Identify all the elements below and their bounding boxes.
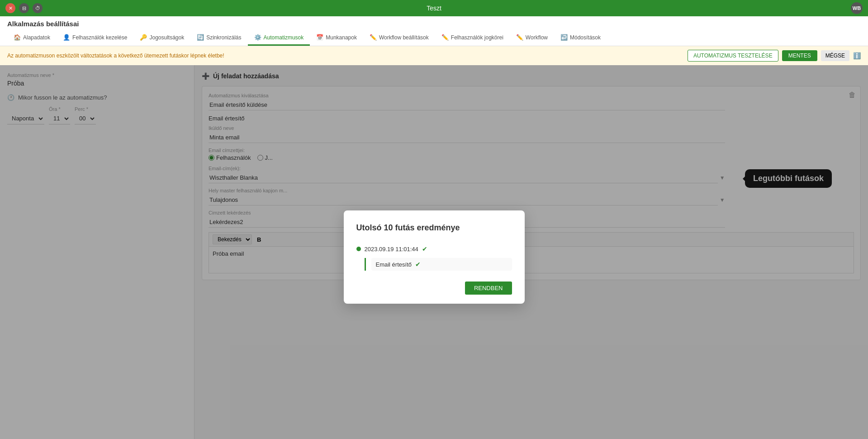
gear-icon: ⚙️ — [254, 34, 261, 41]
tab-label: Felhasználók kezelése — [72, 34, 127, 41]
tab-workflow[interactable]: ✏️ Workflow — [510, 30, 554, 46]
run-detail-item: Email értesítő ✔ — [371, 258, 512, 271]
pencil-icon: ✏️ — [370, 34, 377, 41]
tab-munkanapok[interactable]: 📅 Munkanapok — [310, 30, 363, 46]
window-title: Teszt — [427, 5, 441, 12]
run-detail-check-icon: ✔ — [415, 261, 421, 268]
undo-icon: ↩️ — [560, 34, 568, 41]
tab-label: Módosítások — [570, 34, 601, 41]
close-window-button[interactable]: ✕ — [5, 3, 15, 13]
alert-bar: Az automatizmuson eszközölt változtatáso… — [0, 46, 868, 65]
alert-actions: AUTOMATIZMUS TESZTELÉSE MENTES MÉGSE ℹ️ — [688, 50, 861, 62]
tab-jogosultsagok[interactable]: 🔑 Jogosultságok — [133, 30, 190, 46]
save-button[interactable]: MENTES — [782, 50, 817, 61]
tab-label: Workflow — [526, 34, 548, 41]
tab-label: Munkanapok — [326, 34, 357, 41]
page-title: Alkalmazás beállításai — [7, 20, 861, 28]
timer-button[interactable]: ⏱ — [33, 3, 43, 13]
run-detail-label: Email értesítő — [376, 261, 412, 268]
ok-button[interactable]: RENDBEN — [465, 282, 512, 295]
tab-label: Felhasználók jogkörei — [451, 34, 503, 41]
cancel-button[interactable]: MÉGSE — [821, 50, 849, 61]
tab-label: Jogosultságok — [149, 34, 184, 41]
user-icon: 👤 — [63, 34, 70, 41]
run-detail: Email értesítő ✔ — [365, 258, 512, 271]
workflow-icon: ✏️ — [516, 34, 523, 41]
sync-icon: 🔄 — [197, 34, 204, 41]
app-header: Alkalmazás beállításai 🏠 Alapadatok 👤 Fe… — [0, 16, 868, 46]
tab-workflow-beallitasok[interactable]: ✏️ Workflow beállítások — [363, 30, 435, 46]
test-automation-button[interactable]: AUTOMATIZMUS TESZTELÉSE — [688, 50, 778, 62]
run-item: 2023.09.19 11:01:44 ✔ — [356, 242, 512, 256]
alert-text: Az automatizmuson eszközölt változtatáso… — [7, 52, 224, 59]
tab-felhasznalok-jogkorei[interactable]: ✏️ Felhasználók jogkörei — [435, 30, 510, 46]
tab-felhasznalok[interactable]: 👤 Felhasználók kezelése — [57, 30, 133, 46]
modal-last-runs: Utolsó 10 futás eredménye 2023.09.19 11:… — [344, 210, 525, 304]
tab-modositasok[interactable]: ↩️ Módosítások — [554, 30, 607, 46]
tab-szinkronizalas[interactable]: 🔄 Szinkronizálás — [190, 30, 247, 46]
main-content: Automatizmus neve * Próba 🕐 Mikor fusson… — [0, 65, 868, 439]
run-dot — [356, 247, 361, 251]
tab-label: Szinkronizálás — [206, 34, 241, 41]
modal-overlay[interactable]: Utolsó 10 futás eredménye 2023.09.19 11:… — [0, 65, 868, 439]
minimize-window-button[interactable]: ⊟ — [19, 3, 29, 13]
calendar-icon: 📅 — [316, 34, 323, 41]
tab-automatizmusok[interactable]: ⚙️ Automatizmusok — [248, 30, 310, 46]
run-timestamp: 2023.09.19 11:01:44 — [365, 246, 418, 253]
avatar: WB — [851, 2, 863, 14]
key-icon: 🔑 — [140, 34, 147, 41]
modal-title: Utolsó 10 futás eredménye — [356, 223, 512, 233]
home-icon: 🏠 — [14, 34, 21, 41]
info-icon[interactable]: ℹ️ — [853, 52, 861, 59]
tab-label: Workflow beállítások — [379, 34, 429, 41]
titlebar-controls: ✕ ⊟ ⏱ — [5, 3, 43, 13]
tab-label: Alapadatok — [23, 34, 50, 41]
tab-label: Automatizmusok — [264, 34, 304, 41]
pencil2-icon: ✏️ — [441, 34, 449, 41]
modal-footer: RENDBEN — [356, 282, 512, 295]
run-check-icon: ✔ — [422, 245, 427, 253]
titlebar: ✕ ⊟ ⏱ Teszt WB — [0, 0, 868, 16]
tab-alapadatok[interactable]: 🏠 Alapadatok — [7, 30, 57, 46]
nav-tabs: 🏠 Alapadatok 👤 Felhasználók kezelése 🔑 J… — [7, 30, 861, 46]
